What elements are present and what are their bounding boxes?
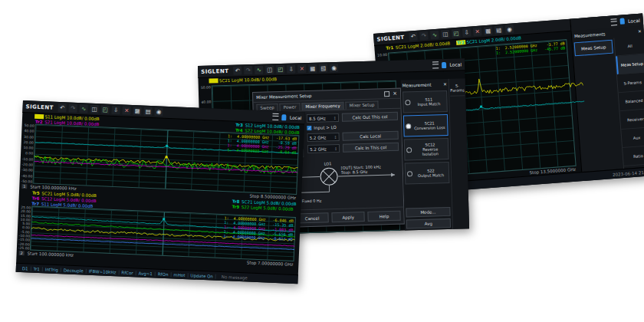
save-state-icon[interactable]: ◫ [441,30,450,39]
panel-footer: Mode...Avg [406,207,451,229]
dialog-tab[interactable]: Power [280,103,301,111]
toolbar-icons: ↶↷∿◫◰⇩✕▦▤◉ [233,64,338,75]
panel-footer-button[interactable]: Avg [406,219,451,229]
print-icon[interactable]: ▤ [143,107,152,116]
soft-menu-item[interactable]: All [614,36,644,57]
status-item[interactable]: IFBW=10kHz [87,268,120,274]
menu-icon[interactable] [611,18,618,26]
status-item[interactable]: Update On [188,273,216,279]
status-item[interactable]: IntTrig [43,267,61,272]
preset-icon[interactable]: ∿ [255,66,263,74]
clock: 2023-06-14 21:03 [613,169,644,177]
touch-icon[interactable] [442,61,446,67]
preset-icon[interactable]: ∿ [430,31,439,40]
recall-state-icon[interactable]: ◰ [276,65,284,74]
delete-trace-icon[interactable]: ✕ [122,106,130,114]
save-state-icon[interactable]: ◫ [265,65,274,74]
redo-icon[interactable]: ↷ [244,66,252,74]
panel-footer-button[interactable]: Mode... [406,207,450,218]
mixer-lo-label: LO1 [324,161,332,166]
save-state-icon[interactable]: ◫ [90,105,98,113]
camera-icon[interactable]: ◉ [505,25,514,34]
measurement-option[interactable]: SC12Reverse Isolation [404,138,449,161]
undo-icon[interactable]: ↶ [233,66,242,74]
close-icon[interactable]: ✕ [638,28,642,33]
dialog-button[interactable]: Help [367,211,400,222]
menu-icon[interactable] [273,113,279,120]
radio-icon [406,123,411,129]
undo-icon[interactable]: ↶ [409,32,418,41]
mixer-out-label: [OUT] Start: 100 kHz Stop: 8.5 GHz [341,164,381,174]
maximize-icon[interactable] [384,91,389,97]
status-item[interactable]: D1 [20,266,31,271]
recall-state-icon[interactable]: ◰ [452,29,461,38]
measurement-option[interactable]: S11Input Match [402,90,448,113]
stop-frequency: Stop 7.00000000 GHz [247,260,294,267]
vna-window-traces: SIGLENT ↶↷∿◫◰⇩✕▦▤◉ Local Tr1 S11 LogM 10… [16,100,305,284]
calc-local-button[interactable]: Calc Local [342,131,398,141]
lo-freq-field[interactable]: 5.2 GHz [307,133,340,142]
output-freq-field[interactable]: 8.5 GHz [307,113,339,123]
measurement-option[interactable]: S22Output Match [405,162,450,185]
save-icon[interactable]: ▦ [133,107,141,115]
redo-icon[interactable]: ↷ [419,31,429,41]
start-frequency: Start 100.000000 kHz [28,251,74,258]
radio-icon [407,171,412,176]
save-icon[interactable]: ▦ [308,64,317,73]
siglent-logo: SIGLENT [26,104,54,111]
print-icon[interactable]: ▤ [319,64,327,72]
print-icon[interactable]: ▤ [495,25,504,34]
save-icon[interactable]: ▦ [484,26,493,35]
undo-icon[interactable]: ↶ [58,104,66,112]
siglent-logo: SIGLENT [201,67,228,74]
channel-number: 2 [19,251,25,255]
camera-icon[interactable]: ◉ [154,107,163,116]
dialog-button[interactable]: Apply [331,212,364,222]
soft-menu-item[interactable]: Balanced [619,90,644,111]
calc-in-button[interactable]: Calc In This col [343,143,399,153]
cal-icon[interactable]: ⇩ [287,64,295,73]
plot-area-ch1[interactable]: 1: 4.00000000 GHz -17.63 dB1: 4.00000000… [32,124,299,195]
status-item[interactable]: RfCor [119,270,136,275]
dialog-tab[interactable]: Mixer Frequency [301,102,343,111]
preset-icon[interactable]: ∿ [79,104,87,113]
radio-icon [405,100,410,105]
radio-icon [406,147,412,153]
redo-icon[interactable]: ↷ [68,104,77,113]
local-label[interactable]: Local [449,61,462,67]
s-params-menu-item[interactable]: S-Params [450,80,465,97]
local-label[interactable]: Local [290,115,302,121]
delete-trace-icon[interactable]: ✕ [473,27,482,36]
touch-icon[interactable] [282,114,287,120]
status-item[interactable]: RfOn [156,271,172,277]
dialog-title: Mixer Measurement Setup [256,94,311,100]
soft-menu-item[interactable]: Receiver [619,109,644,130]
status-item[interactable]: Decouple [61,268,87,273]
panel-title: Measurement [402,83,432,88]
camera-icon[interactable]: ◉ [330,64,338,72]
soft-menu-item[interactable]: Ratio [623,146,644,166]
close-icon[interactable]: × [393,90,397,96]
input-gt-lo-checkbox[interactable]: Input > LO [307,125,337,130]
local-label[interactable]: Local [628,17,640,23]
status-item[interactable]: mHot [171,272,188,278]
close-icon[interactable]: ✕ [443,82,447,87]
delete-trace-icon[interactable]: ✕ [297,64,306,73]
status-item[interactable]: Avg=1 [136,271,156,276]
soft-menu-item[interactable]: Meas Setup [616,54,644,74]
calc-out-button[interactable]: Calc Out This col [342,112,398,122]
dialog-tab[interactable]: Mixer Setup [345,100,378,109]
cal-icon[interactable]: ⇩ [111,106,120,114]
input-freq-field[interactable]: 5.2 GHz [307,144,340,153]
recall-state-icon[interactable]: ◰ [100,105,109,113]
soft-menu-item[interactable]: S-Params [617,72,644,93]
status-item[interactable]: Tr1 [31,266,43,271]
marker-readout: 1: 4.00000000 GHz -6.046 dB1: 4.00000000… [223,215,293,242]
siglent-logo: SIGLENT [376,34,405,42]
soft-menu-item[interactable]: Aux [621,127,644,148]
cal-icon[interactable]: ⇩ [462,28,472,37]
menu-icon[interactable] [432,61,439,68]
touch-icon[interactable] [620,18,626,24]
measurement-option[interactable]: SC21Conversion Loss [403,114,449,137]
measurement-panel: Measurement ✕ S11Input Match [401,78,469,230]
